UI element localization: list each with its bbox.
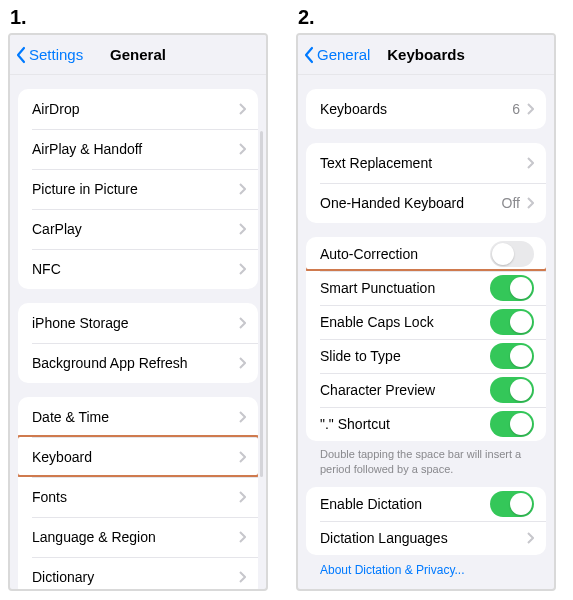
row-enable-dictation[interactable]: Enable Dictation	[306, 487, 546, 521]
row-keyboards[interactable]: Keyboards 6	[306, 89, 546, 129]
settings-group-connectivity: AirDrop AirPlay & Handoff Picture in Pic…	[18, 89, 258, 289]
navbar: Settings General	[10, 35, 266, 75]
row-text-replacement[interactable]: Text Replacement	[306, 143, 546, 183]
chevron-right-icon	[238, 531, 246, 543]
row-carplay[interactable]: CarPlay	[18, 209, 258, 249]
chevron-right-icon	[238, 451, 246, 463]
row-label: NFC	[32, 261, 238, 277]
chevron-right-icon	[238, 223, 246, 235]
row-airplay[interactable]: AirPlay & Handoff	[18, 129, 258, 169]
dictation-group: Enable Dictation Dictation Languages	[306, 487, 546, 555]
settings-group-locale: Date & Time Keyboard Fonts Language & Re…	[18, 397, 258, 591]
chevron-right-icon	[238, 183, 246, 195]
row-storage[interactable]: iPhone Storage	[18, 303, 258, 343]
chevron-right-icon	[238, 411, 246, 423]
back-label: Settings	[29, 46, 83, 63]
toggle-periodshortcut[interactable]	[490, 411, 534, 437]
row-label: Dictionary	[32, 569, 238, 585]
back-button[interactable]: General	[298, 46, 370, 64]
row-label: Enable Caps Lock	[320, 314, 490, 330]
row-capslock[interactable]: Enable Caps Lock	[306, 305, 546, 339]
row-label: Picture in Picture	[32, 181, 238, 197]
row-label: Smart Punctuation	[320, 280, 490, 296]
row-label: Keyboards	[320, 101, 512, 117]
phone-screen-keyboards: General Keyboards Keyboards 6 Text Repla…	[296, 33, 556, 591]
chevron-right-icon	[526, 197, 534, 209]
step-number-2: 2.	[298, 6, 556, 29]
text-group: Text Replacement One-Handed KeyboardOff	[306, 143, 546, 223]
row-keyboard[interactable]: Keyboard	[18, 437, 258, 477]
row-autocorrection[interactable]: Auto-Correction	[306, 237, 546, 271]
row-airdrop[interactable]: AirDrop	[18, 89, 258, 129]
toggle-capslock[interactable]	[490, 309, 534, 335]
back-label: General	[317, 46, 370, 63]
row-label: Text Replacement	[320, 155, 526, 171]
chevron-left-icon	[16, 46, 27, 64]
step-number-1: 1.	[10, 6, 268, 29]
chevron-right-icon	[238, 317, 246, 329]
keyboards-group: Keyboards 6	[306, 89, 546, 129]
toggle-smartpunct[interactable]	[490, 275, 534, 301]
row-label: Language & Region	[32, 529, 238, 545]
row-fonts[interactable]: Fonts	[18, 477, 258, 517]
row-label: One-Handed Keyboard	[320, 195, 502, 211]
typing-footer-note: Double tapping the space bar will insert…	[298, 441, 554, 477]
row-dictionary[interactable]: Dictionary	[18, 557, 258, 591]
navbar: General Keyboards	[298, 35, 554, 75]
row-label: Fonts	[32, 489, 238, 505]
chevron-right-icon	[238, 143, 246, 155]
row-dictation-languages[interactable]: Dictation Languages	[306, 521, 546, 555]
row-label: CarPlay	[32, 221, 238, 237]
chevron-right-icon	[526, 103, 534, 115]
row-label: Keyboard	[32, 449, 238, 465]
chevron-right-icon	[238, 103, 246, 115]
section-header-langs: ENGLISH AND FRENCH	[298, 583, 554, 591]
row-slidetype[interactable]: Slide to Type	[306, 339, 546, 373]
chevron-right-icon	[238, 357, 246, 369]
row-label: Dictation Languages	[320, 530, 526, 546]
toggle-dictation[interactable]	[490, 491, 534, 517]
row-datetime[interactable]: Date & Time	[18, 397, 258, 437]
row-label: Background App Refresh	[32, 355, 238, 371]
row-language[interactable]: Language & Region	[18, 517, 258, 557]
row-label: Auto-Correction	[320, 246, 490, 262]
row-label: Slide to Type	[320, 348, 490, 364]
row-label: "." Shortcut	[320, 416, 490, 432]
row-value: Off	[502, 195, 520, 211]
row-value: 6	[512, 101, 520, 117]
chevron-right-icon	[238, 263, 246, 275]
row-smartpunct[interactable]: Smart Punctuation	[306, 271, 546, 305]
row-label: AirDrop	[32, 101, 238, 117]
typing-group: Auto-Correction Smart Punctuation Enable…	[306, 237, 546, 441]
settings-group-storage: iPhone Storage Background App Refresh	[18, 303, 258, 383]
row-label: iPhone Storage	[32, 315, 238, 331]
chevron-left-icon	[304, 46, 315, 64]
row-periodshortcut[interactable]: "." Shortcut	[306, 407, 546, 441]
chevron-right-icon	[238, 491, 246, 503]
row-bgrefresh[interactable]: Background App Refresh	[18, 343, 258, 383]
chevron-right-icon	[526, 532, 534, 544]
toggle-charpreview[interactable]	[490, 377, 534, 403]
row-onehanded[interactable]: One-Handed KeyboardOff	[306, 183, 546, 223]
row-label: Enable Dictation	[320, 496, 490, 512]
back-button[interactable]: Settings	[10, 46, 83, 64]
row-label: Character Preview	[320, 382, 490, 398]
row-label: Date & Time	[32, 409, 238, 425]
row-charpreview[interactable]: Character Preview	[306, 373, 546, 407]
row-label: AirPlay & Handoff	[32, 141, 238, 157]
phone-screen-general: Settings General AirDrop AirPlay & Hando…	[8, 33, 268, 591]
row-pip[interactable]: Picture in Picture	[18, 169, 258, 209]
chevron-right-icon	[238, 571, 246, 583]
toggle-autocorrection[interactable]	[490, 241, 534, 267]
dictation-privacy-link[interactable]: About Dictation & Privacy...	[298, 555, 554, 583]
row-nfc[interactable]: NFC	[18, 249, 258, 289]
chevron-right-icon	[526, 157, 534, 169]
scroll-indicator	[260, 131, 263, 477]
toggle-slidetype[interactable]	[490, 343, 534, 369]
